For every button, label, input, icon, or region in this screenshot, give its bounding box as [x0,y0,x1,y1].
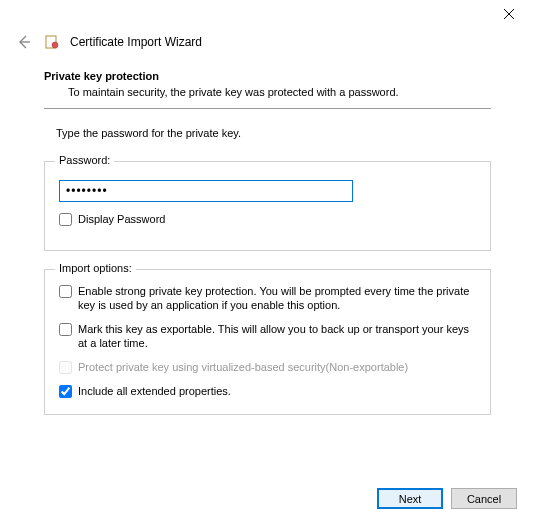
option-exportable-label: Mark this key as exportable. This will a… [78,322,476,350]
back-button[interactable] [14,32,34,52]
display-password-label: Display Password [78,212,165,226]
import-options-legend: Import options: [55,262,136,274]
option-virtualized-label: Protect private key using virtualized-ba… [78,360,408,374]
option-exportable-checkbox[interactable] [59,323,72,336]
password-group: Password: Display Password [44,161,491,251]
option-row: Include all extended properties. [59,384,476,398]
svg-point-4 [52,42,58,48]
import-options-group: Import options: Enable strong private ke… [44,269,491,415]
option-virtualized-checkbox [59,361,72,374]
option-row: Enable strong private key protection. Yo… [59,284,476,312]
option-extended-props-checkbox[interactable] [59,385,72,398]
close-button[interactable] [491,3,527,25]
password-legend: Password: [55,154,114,166]
password-input[interactable] [59,180,353,202]
option-strong-protection-checkbox[interactable] [59,285,72,298]
next-button[interactable]: Next [377,488,443,509]
option-row: Mark this key as exportable. This will a… [59,322,476,350]
cancel-button[interactable]: Cancel [451,488,517,509]
option-extended-props-label: Include all extended properties. [78,384,231,398]
option-strong-protection-label: Enable strong private key protection. Yo… [78,284,476,312]
page-subheading: To maintain security, the private key wa… [68,86,491,98]
wizard-title: Certificate Import Wizard [70,35,202,49]
instruction-text: Type the password for the private key. [56,127,491,139]
option-row: Protect private key using virtualized-ba… [59,360,476,374]
close-icon [504,9,514,19]
display-password-checkbox[interactable] [59,213,72,226]
certificate-icon [44,34,60,50]
page-heading: Private key protection [44,70,491,82]
divider [44,108,491,109]
back-arrow-icon [16,34,32,50]
